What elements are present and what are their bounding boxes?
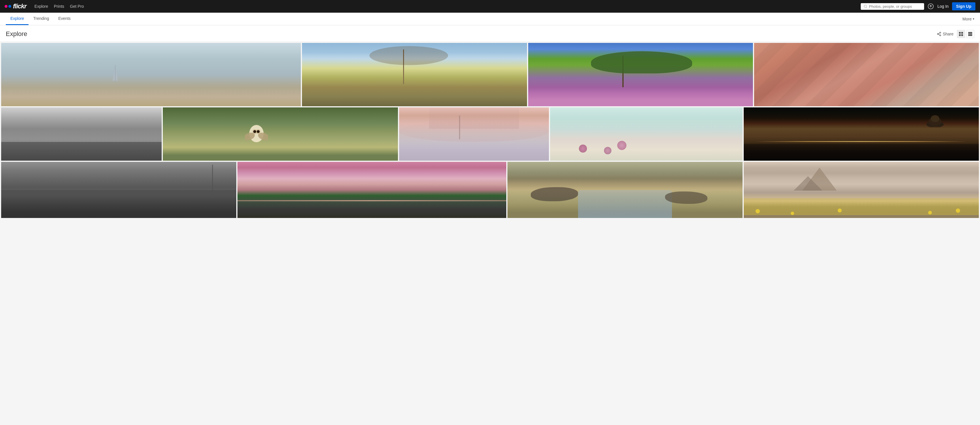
svg-point-23 xyxy=(253,130,256,133)
svg-point-25 xyxy=(926,121,944,127)
dot-blue xyxy=(8,5,11,8)
photo-mountain-stream[interactable] xyxy=(508,162,743,218)
svg-point-21 xyxy=(253,129,257,134)
tab-explore[interactable]: Explore xyxy=(6,13,29,25)
explore-header: Explore Share xyxy=(0,25,980,42)
photo-roses[interactable] xyxy=(550,108,743,161)
svg-point-6 xyxy=(940,35,941,36)
chevron-down-icon: ▾ xyxy=(973,17,974,21)
photo-row-2 xyxy=(1,108,979,161)
svg-marker-16 xyxy=(113,65,118,81)
upload-icon[interactable] xyxy=(928,3,934,10)
svg-point-24 xyxy=(257,130,259,133)
subnav-right: More ▾ xyxy=(963,17,974,21)
nav-prints[interactable]: Prints xyxy=(54,4,64,9)
svg-rect-15 xyxy=(968,35,972,36)
search-input[interactable] xyxy=(869,4,921,9)
signup-button[interactable]: Sign Up xyxy=(952,2,975,10)
svg-point-5 xyxy=(937,33,939,35)
photo-owl[interactable] xyxy=(163,108,398,161)
svg-rect-12 xyxy=(961,34,963,36)
photo-sailboat[interactable] xyxy=(1,43,301,106)
photo-bw-village[interactable] xyxy=(1,108,162,161)
subnav: Explore Trending Events More ▾ xyxy=(0,13,980,25)
search-bar[interactable] xyxy=(861,3,924,10)
svg-rect-9 xyxy=(959,32,961,34)
tab-events[interactable]: Events xyxy=(54,13,75,25)
more-button[interactable]: More ▾ xyxy=(963,17,974,21)
list-view-button[interactable] xyxy=(966,30,974,38)
photo-tree-road[interactable] xyxy=(302,43,527,106)
photo-mountain-flowers[interactable] xyxy=(744,162,979,218)
svg-point-4 xyxy=(940,32,941,33)
photo-pink-trees[interactable] xyxy=(399,108,549,161)
svg-rect-13 xyxy=(968,32,972,33)
svg-point-19 xyxy=(245,131,256,142)
photo-grid xyxy=(0,42,980,220)
photo-sunset-lake[interactable] xyxy=(237,162,506,218)
photo-rome-night[interactable] xyxy=(744,108,979,161)
svg-rect-14 xyxy=(968,33,972,35)
grid-view-button[interactable] xyxy=(957,30,965,38)
svg-point-22 xyxy=(256,129,261,134)
svg-marker-29 xyxy=(794,176,822,190)
svg-point-27 xyxy=(931,115,939,122)
share-button[interactable]: Share xyxy=(937,32,953,36)
navbar: flickr Explore Prints Get Pro Log In Sig… xyxy=(0,0,980,13)
logo-dots xyxy=(5,5,11,8)
list-icon xyxy=(968,32,972,36)
photo-castle-bw[interactable] xyxy=(1,162,236,218)
share-icon xyxy=(937,32,942,36)
nav-get-pro[interactable]: Get Pro xyxy=(70,4,84,9)
share-label: Share xyxy=(943,32,953,36)
tab-trending[interactable]: Trending xyxy=(29,13,54,25)
photo-row-3 xyxy=(1,162,979,218)
dot-pink xyxy=(5,5,8,8)
logo-text: flickr xyxy=(13,3,27,10)
svg-point-20 xyxy=(257,131,268,142)
photo-lavender-tree[interactable] xyxy=(528,43,753,106)
search-icon xyxy=(864,4,867,8)
subnav-tabs: Explore Trending Events xyxy=(6,13,75,25)
svg-line-7 xyxy=(938,34,940,35)
svg-point-26 xyxy=(929,117,942,126)
login-button[interactable]: Log In xyxy=(937,4,948,9)
navbar-right: Log In Sign Up xyxy=(861,2,975,10)
grid-icon xyxy=(959,32,963,36)
svg-rect-11 xyxy=(959,34,961,36)
explore-actions: Share xyxy=(937,30,974,38)
svg-line-8 xyxy=(938,33,940,34)
logo[interactable]: flickr xyxy=(5,3,27,10)
view-toggle xyxy=(957,30,974,38)
more-label: More xyxy=(963,17,972,21)
svg-line-1 xyxy=(866,7,867,8)
photo-sand-dunes[interactable] xyxy=(754,43,979,106)
svg-point-18 xyxy=(249,125,264,142)
photo-row-1 xyxy=(1,43,979,106)
svg-point-0 xyxy=(864,5,867,7)
nav-explore[interactable]: Explore xyxy=(35,4,48,9)
svg-marker-28 xyxy=(802,168,837,190)
page-title: Explore xyxy=(6,30,27,38)
svg-rect-10 xyxy=(961,32,963,34)
